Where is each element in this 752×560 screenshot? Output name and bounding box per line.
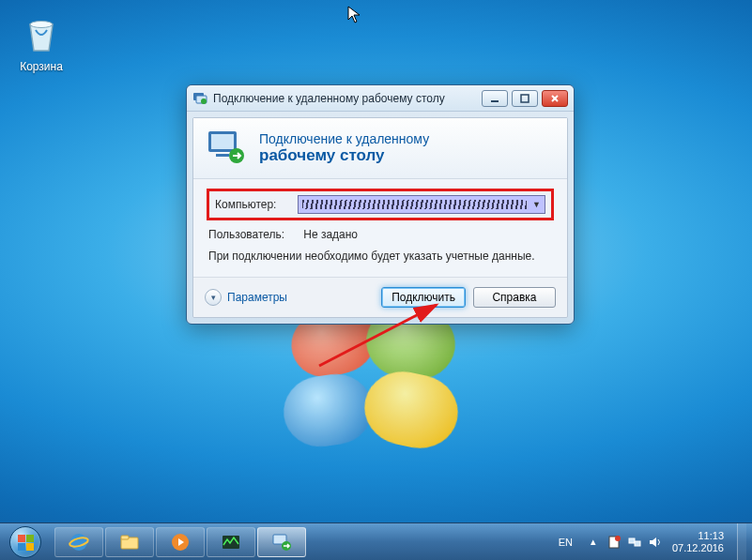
maximize-button[interactable]	[512, 90, 538, 107]
taskbar-item-media-player[interactable]	[156, 527, 205, 557]
svg-rect-24	[635, 541, 640, 546]
help-button[interactable]: Справка	[473, 287, 556, 308]
taskbar-item-ie[interactable]	[54, 527, 103, 557]
svg-rect-10	[216, 154, 229, 157]
svg-point-13	[70, 534, 87, 551]
tray-action-center-icon[interactable]	[606, 535, 622, 550]
computer-value-redacted	[302, 200, 527, 209]
svg-line-12	[319, 305, 437, 366]
banner-line2: рабочему столу	[259, 146, 429, 165]
rdc-dialog: Подключение к удаленному рабочему столу …	[186, 84, 575, 325]
credentials-hint: При подключении необходимо будет указать…	[207, 243, 554, 277]
svg-rect-16	[121, 536, 129, 539]
clock-time: 11:13	[672, 530, 724, 542]
start-button[interactable]	[0, 523, 51, 561]
window-title: Подключение к удаленному рабочему столу	[213, 92, 476, 105]
clock-date: 07.12.2016	[672, 542, 724, 554]
taskbar-item-rdc[interactable]	[257, 527, 306, 557]
tray-show-hidden-icon[interactable]: ▴	[586, 535, 601, 550]
recycle-bin-icon	[19, 11, 64, 56]
show-desktop-button[interactable]	[737, 523, 746, 561]
computer-combobox[interactable]: ▼	[298, 195, 545, 214]
close-button[interactable]	[542, 90, 568, 107]
tray-volume-icon[interactable]	[648, 535, 663, 550]
dialog-banner: Подключение к удаленному рабочему столу	[193, 118, 567, 179]
svg-point-0	[30, 22, 53, 28]
tray-network-icon[interactable]	[627, 535, 642, 550]
svg-rect-9	[211, 134, 234, 149]
minimize-button[interactable]	[482, 90, 508, 107]
chevron-down-icon: ▾	[205, 289, 222, 306]
options-label: Параметры	[227, 291, 287, 304]
rdc-app-icon	[192, 91, 207, 106]
svg-rect-23	[629, 538, 635, 543]
user-label: Пользователь:	[208, 228, 284, 241]
options-toggle[interactable]: ▾ Параметры	[205, 289, 287, 306]
chevron-down-icon[interactable]: ▼	[527, 200, 541, 209]
computer-label: Компьютер:	[215, 198, 290, 211]
desktop-icon-label: Корзина	[11, 60, 71, 73]
taskbar-item-explorer[interactable]	[105, 527, 154, 557]
taskbar: EN ▴ 11:13 07.12.2016	[0, 522, 752, 560]
annotation-arrow	[315, 300, 455, 375]
titlebar[interactable]: Подключение к удаленному рабочему столу	[187, 85, 574, 112]
user-value: Не задано	[303, 228, 358, 241]
svg-point-3	[201, 98, 207, 104]
rdc-banner-icon	[207, 128, 248, 169]
language-indicator[interactable]: EN	[555, 535, 576, 550]
banner-line1: Подключение к удаленному	[259, 131, 429, 146]
svg-rect-5	[521, 95, 529, 102]
taskbar-item-task-manager[interactable]	[207, 527, 255, 557]
svg-point-22	[615, 536, 621, 541]
computer-field-highlight: Компьютер: ▼	[207, 189, 554, 220]
tray-clock[interactable]: 11:13 07.12.2016	[672, 530, 728, 553]
desktop-icon-recycle-bin[interactable]: Корзина	[11, 11, 71, 73]
start-orb-icon	[9, 526, 41, 558]
